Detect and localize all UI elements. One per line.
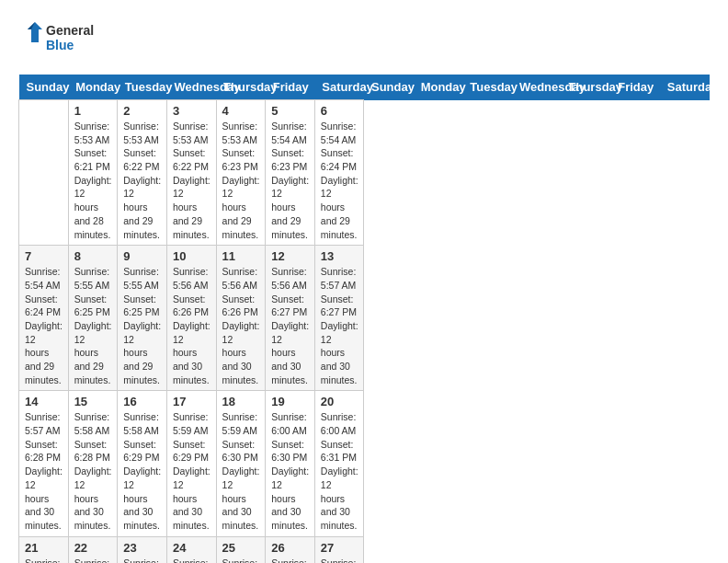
day-info: Sunrise: 5:54 AMSunset: 6:24 PMDaylight:… — [25, 265, 63, 386]
day-number: 15 — [74, 395, 112, 408]
day-number: 13 — [321, 249, 358, 263]
day-number: 7 — [25, 249, 63, 263]
day-number: 26 — [271, 541, 309, 555]
day-number: 21 — [25, 541, 63, 555]
day-info: Sunrise: 5:59 AMSunset: 6:29 PMDaylight:… — [173, 410, 210, 532]
calendar-cell: 4Sunrise: 5:53 AMSunset: 6:23 PMDaylight… — [216, 100, 266, 246]
day-header-monday: Monday — [414, 75, 463, 100]
calendar-cell: 10Sunrise: 5:56 AMSunset: 6:26 PMDayligh… — [166, 246, 216, 391]
calendar-cell: 3Sunrise: 5:53 AMSunset: 6:22 PMDaylight… — [166, 100, 216, 246]
calendar-cell: 9Sunrise: 5:55 AMSunset: 6:25 PMDaylight… — [118, 246, 167, 391]
day-info: Sunrise: 5:59 AMSunset: 6:30 PMDaylight:… — [222, 410, 260, 532]
calendar-cell: 6Sunrise: 5:54 AMSunset: 6:24 PMDaylight… — [314, 100, 364, 246]
calendar-cell: 21Sunrise: 6:01 AMSunset: 6:31 PMDayligh… — [19, 536, 69, 563]
calendar-cell: 8Sunrise: 5:55 AMSunset: 6:25 PMDaylight… — [68, 246, 118, 391]
day-number: 17 — [173, 395, 210, 408]
day-header-thursday: Thursday — [216, 75, 266, 100]
day-info: Sunrise: 5:54 AMSunset: 6:23 PMDaylight:… — [271, 120, 309, 241]
day-info: Sunrise: 5:56 AMSunset: 6:26 PMDaylight:… — [173, 265, 210, 386]
day-number: 24 — [173, 541, 210, 555]
day-info: Sunrise: 5:53 AMSunset: 6:21 PMDaylight:… — [74, 120, 112, 241]
calendar-cell: 12Sunrise: 5:56 AMSunset: 6:27 PMDayligh… — [266, 246, 315, 391]
calendar-cell: 14Sunrise: 5:57 AMSunset: 6:28 PMDayligh… — [19, 391, 69, 536]
svg-text:Blue: Blue — [46, 38, 74, 52]
day-info: Sunrise: 6:01 AMSunset: 6:32 PMDaylight:… — [74, 557, 112, 563]
day-number: 12 — [271, 249, 309, 263]
week-row-3: 14Sunrise: 5:57 AMSunset: 6:28 PMDayligh… — [19, 391, 710, 536]
day-number: 22 — [74, 541, 112, 555]
day-number: 16 — [123, 395, 161, 408]
day-number: 18 — [222, 395, 260, 408]
day-info: Sunrise: 6:03 AMSunset: 6:33 PMDaylight:… — [222, 557, 260, 563]
day-info: Sunrise: 5:56 AMSunset: 6:27 PMDaylight:… — [271, 265, 309, 386]
day-info: Sunrise: 5:53 AMSunset: 6:23 PMDaylight:… — [222, 120, 260, 241]
calendar-cell: 7Sunrise: 5:54 AMSunset: 6:24 PMDaylight… — [19, 246, 69, 391]
day-header-tuesday: Tuesday — [118, 75, 167, 100]
day-number: 19 — [271, 395, 309, 408]
day-info: Sunrise: 5:53 AMSunset: 6:22 PMDaylight:… — [123, 120, 161, 241]
day-number: 2 — [123, 104, 161, 118]
day-info: Sunrise: 5:53 AMSunset: 6:22 PMDaylight:… — [173, 120, 210, 241]
week-row-2: 7Sunrise: 5:54 AMSunset: 6:24 PMDaylight… — [19, 246, 710, 391]
day-number: 10 — [173, 249, 210, 263]
svg-marker-2 — [28, 22, 42, 42]
day-info: Sunrise: 6:01 AMSunset: 6:31 PMDaylight:… — [25, 557, 63, 563]
day-header-tuesday: Tuesday — [462, 75, 512, 100]
calendar-cell: 22Sunrise: 6:01 AMSunset: 6:32 PMDayligh… — [68, 536, 118, 563]
calendar-cell: 23Sunrise: 6:02 AMSunset: 6:32 PMDayligh… — [118, 536, 167, 563]
day-info: Sunrise: 6:02 AMSunset: 6:33 PMDaylight:… — [173, 557, 210, 563]
header: General Blue — [18, 18, 710, 60]
calendar-cell: 24Sunrise: 6:02 AMSunset: 6:33 PMDayligh… — [166, 536, 216, 563]
day-info: Sunrise: 6:03 AMSunset: 6:34 PMDaylight:… — [271, 557, 309, 563]
day-info: Sunrise: 5:55 AMSunset: 6:25 PMDaylight:… — [123, 265, 161, 386]
day-header-friday: Friday — [610, 75, 660, 100]
day-number: 3 — [173, 104, 210, 118]
day-header-sunday: Sunday — [364, 75, 414, 100]
day-number: 8 — [74, 249, 112, 263]
day-header-wednesday: Wednesday — [166, 75, 216, 100]
day-info: Sunrise: 5:56 AMSunset: 6:26 PMDaylight:… — [222, 265, 260, 386]
day-header-sunday: Sunday — [19, 75, 69, 100]
day-info: Sunrise: 5:54 AMSunset: 6:24 PMDaylight:… — [321, 120, 358, 241]
calendar-cell — [19, 100, 69, 246]
day-info: Sunrise: 5:58 AMSunset: 6:29 PMDaylight:… — [123, 410, 161, 532]
day-header-thursday: Thursday — [562, 75, 611, 100]
day-header-friday: Friday — [266, 75, 315, 100]
calendar-cell: 20Sunrise: 6:00 AMSunset: 6:31 PMDayligh… — [314, 391, 364, 536]
calendar-cell: 25Sunrise: 6:03 AMSunset: 6:33 PMDayligh… — [216, 536, 266, 563]
calendar-table: SundayMondayTuesdayWednesdayThursdayFrid… — [18, 75, 710, 563]
calendar-cell: 15Sunrise: 5:58 AMSunset: 6:28 PMDayligh… — [68, 391, 118, 536]
logo-svg: General Blue — [18, 18, 110, 60]
day-number: 14 — [25, 395, 63, 408]
header-row: SundayMondayTuesdayWednesdayThursdayFrid… — [19, 75, 710, 100]
calendar-cell: 19Sunrise: 6:00 AMSunset: 6:30 PMDayligh… — [266, 391, 315, 536]
day-info: Sunrise: 6:00 AMSunset: 6:31 PMDaylight:… — [321, 410, 358, 532]
day-number: 20 — [321, 395, 358, 408]
calendar-cell: 27Sunrise: 6:04 AMSunset: 6:34 PMDayligh… — [314, 536, 364, 563]
day-number: 27 — [321, 541, 358, 555]
day-number: 25 — [222, 541, 260, 555]
calendar-cell: 18Sunrise: 5:59 AMSunset: 6:30 PMDayligh… — [216, 391, 266, 536]
day-header-monday: Monday — [68, 75, 118, 100]
svg-text:General: General — [46, 23, 94, 38]
day-header-saturday: Saturday — [660, 75, 710, 100]
week-row-4: 21Sunrise: 6:01 AMSunset: 6:31 PMDayligh… — [19, 536, 710, 563]
day-info: Sunrise: 5:55 AMSunset: 6:25 PMDaylight:… — [74, 265, 112, 386]
day-info: Sunrise: 6:04 AMSunset: 6:34 PMDaylight:… — [321, 557, 358, 563]
day-number: 5 — [271, 104, 309, 118]
calendar-cell: 2Sunrise: 5:53 AMSunset: 6:22 PMDaylight… — [118, 100, 167, 246]
calendar-cell: 1Sunrise: 5:53 AMSunset: 6:21 PMDaylight… — [68, 100, 118, 246]
day-header-wednesday: Wednesday — [512, 75, 562, 100]
day-number: 23 — [123, 541, 161, 555]
day-number: 6 — [321, 104, 358, 118]
calendar-cell: 13Sunrise: 5:57 AMSunset: 6:27 PMDayligh… — [314, 246, 364, 391]
day-info: Sunrise: 5:57 AMSunset: 6:28 PMDaylight:… — [25, 410, 63, 532]
calendar-cell: 5Sunrise: 5:54 AMSunset: 6:23 PMDaylight… — [266, 100, 315, 246]
calendar-cell: 17Sunrise: 5:59 AMSunset: 6:29 PMDayligh… — [166, 391, 216, 536]
day-header-saturday: Saturday — [314, 75, 364, 100]
calendar-cell: 11Sunrise: 5:56 AMSunset: 6:26 PMDayligh… — [216, 246, 266, 391]
week-row-1: 1Sunrise: 5:53 AMSunset: 6:21 PMDaylight… — [19, 100, 710, 246]
calendar-cell: 26Sunrise: 6:03 AMSunset: 6:34 PMDayligh… — [266, 536, 315, 563]
calendar-cell: 16Sunrise: 5:58 AMSunset: 6:29 PMDayligh… — [118, 391, 167, 536]
logo: General Blue — [18, 18, 110, 60]
